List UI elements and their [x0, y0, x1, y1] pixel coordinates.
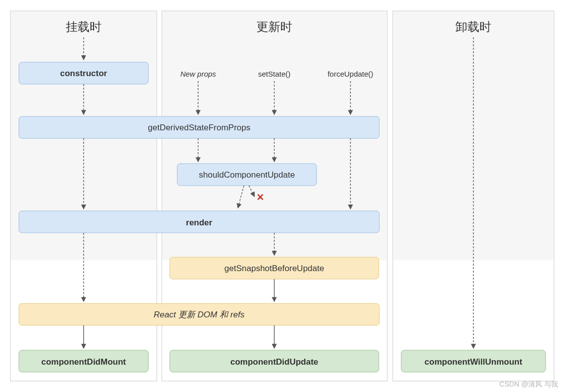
- label-commit: React 更新 DOM 和 refs: [154, 310, 245, 319]
- column-title-unmounting: 卸载时: [455, 20, 491, 33]
- label-cdm: componentDidMount: [41, 357, 126, 367]
- label-gdsfp: getDerivedStateFromProps: [148, 123, 250, 132]
- label-gsbu: getSnapshotBeforeUpdate: [225, 264, 324, 273]
- label-render: render: [186, 218, 213, 227]
- label-new-props: New props: [180, 70, 216, 78]
- label-setstate: setState(): [258, 70, 290, 78]
- label-constructor: constructor: [60, 69, 108, 78]
- column-title-updating: 更新时: [256, 20, 292, 33]
- label-scu: shouldComponentUpdate: [199, 170, 295, 180]
- column-title-mounting: 挂载时: [66, 20, 102, 33]
- label-cwu: componentWillUnmount: [425, 357, 523, 367]
- lifecycle-diagram: 挂载时 更新时 卸载时 constructor New props setSta…: [0, 0, 564, 392]
- cross-icon: ✕: [256, 192, 264, 202]
- label-cdu: componentDidUpdate: [230, 357, 319, 367]
- label-forceupdate: forceUpdate(): [328, 70, 373, 78]
